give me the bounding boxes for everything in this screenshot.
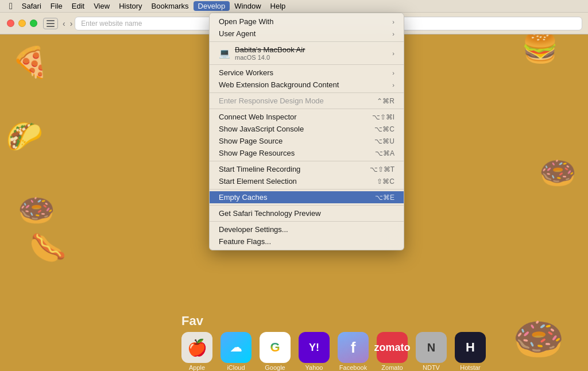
food-hotdog: 🌭 (29, 230, 67, 265)
menu-empty-caches[interactable]: Empty Caches ⌥⌘E (210, 191, 404, 203)
icloud-logo: ☁ (230, 341, 242, 354)
sidebar-toggle-button[interactable] (43, 18, 58, 29)
develop-dropdown-menu: Open Page With › User Agent › 💻 Babita's… (209, 13, 404, 250)
device-name: Babita's MacBook Air (235, 45, 305, 54)
menu-get-preview[interactable]: Get Safari Technology Preview (210, 207, 404, 219)
fav-icloud[interactable]: ☁ iCloud (220, 332, 252, 371)
zomato-logo: zomato (374, 342, 411, 354)
facebook-logo: f (351, 339, 356, 357)
apple-menu[interactable]:  (5, 1, 17, 11)
menu-show-source-label: Show Page Source (219, 137, 283, 145)
fav-ndtv-label: NDTV (423, 364, 440, 371)
yahoo-logo: Y! (309, 342, 319, 354)
menu-history[interactable]: History (114, 1, 146, 11)
menu-feature-flags[interactable]: Feature Flags... (210, 235, 404, 248)
menu-file[interactable]: File (46, 1, 67, 11)
menu-show-source[interactable]: Show Page Source ⌥⌘U (210, 135, 404, 147)
menu-start-element-shortcut: ⇧⌘C (377, 177, 394, 186)
menu-start-timeline-shortcut: ⌥⇧⌘T (370, 165, 394, 173)
menu-service-workers[interactable]: Service Workers › (210, 67, 404, 79)
menu-start-timeline[interactable]: Start Timeline Recording ⌥⇧⌘T (210, 163, 404, 175)
apple-logo: 🍎 (187, 338, 207, 357)
menu-device[interactable]: 💻 Babita's MacBook Air macOS 14.0 › (210, 44, 404, 63)
divider-8 (210, 221, 404, 222)
menu-window[interactable]: Window (230, 1, 265, 11)
fav-apple-label: Apple (189, 364, 205, 371)
food-pizza: 🍕 (11, 45, 49, 80)
menu-show-source-shortcut: ⌥⌘U (374, 137, 394, 145)
divider-7 (210, 205, 404, 206)
fav-zomato[interactable]: zomato Zomato (377, 332, 408, 371)
menu-safari[interactable]: Safari (17, 1, 46, 11)
menu-empty-caches-label: Empty Caches (219, 193, 268, 202)
service-workers-submenu-icon: › (392, 69, 394, 76)
fav-yahoo-label: Yahoo (305, 364, 323, 371)
fav-google[interactable]: G Google (260, 332, 291, 371)
fav-hotstar[interactable]: H Hotstar (455, 332, 486, 371)
fav-yahoo[interactable]: Y! Yahoo (299, 332, 330, 371)
divider-5 (210, 161, 404, 161)
web-extension-submenu-icon: › (392, 82, 394, 88)
ndtv-logo: N (427, 341, 435, 354)
menu-responsive-design-shortcut: ⌃⌘R (377, 97, 394, 105)
menu-service-workers-label: Service Workers (219, 68, 273, 77)
menu-connect-inspector-shortcut: ⌥⇧⌘I (372, 113, 394, 121)
menu-responsive-design-label: Enter Responsive Design Mode (219, 96, 324, 105)
food-taco: 🌮 (6, 119, 43, 154)
menu-web-extension-label: Web Extension Background Content (219, 80, 339, 89)
menu-responsive-design: Enter Responsive Design Mode ⌃⌘R (210, 95, 404, 107)
fav-apple[interactable]: 🍎 Apple (181, 332, 212, 371)
menu-connect-inspector[interactable]: Connect Web Inspector ⌥⇧⌘I (210, 111, 404, 123)
back-button[interactable]: ‹ (63, 19, 65, 28)
minimize-button[interactable] (18, 20, 26, 27)
window-controls (0, 20, 37, 27)
google-logo: G (270, 340, 280, 355)
divider-2 (210, 64, 404, 65)
menu-bookmarks[interactable]: Bookmarks (147, 1, 194, 11)
fav-zomato-label: Zomato (381, 364, 403, 371)
menu-edit[interactable]: Edit (67, 1, 89, 11)
menu-help[interactable]: Help (266, 1, 291, 11)
menu-show-resources-label: Show Page Resources (219, 149, 295, 157)
menu-empty-caches-shortcut: ⌥⌘E (375, 194, 394, 202)
close-button[interactable] (7, 20, 14, 27)
menu-show-resources[interactable]: Show Page Resources ⌥⌘A (210, 147, 404, 159)
menu-start-element-label: Start Element Selection (219, 177, 297, 186)
divider-4 (210, 109, 404, 109)
food-donut2: 🍩 (539, 156, 577, 191)
menu-show-console[interactable]: Show JavaScript Console ⌥⌘C (210, 123, 404, 135)
menu-view[interactable]: View (89, 1, 114, 11)
menu-web-extension[interactable]: Web Extension Background Content › (210, 79, 404, 91)
fav-facebook[interactable]: f Facebook (338, 332, 369, 371)
favorites-row: 🍎 Apple ☁ iCloud G Google Y! Yahoo f (0, 332, 588, 371)
menu-user-agent[interactable]: User Agent › (210, 28, 404, 40)
device-submenu-icon: › (392, 50, 394, 57)
address-placeholder: Enter website name (81, 20, 142, 28)
menu-connect-inspector-label: Connect Web Inspector (219, 113, 297, 121)
maximize-button[interactable] (30, 20, 37, 27)
menu-developer-settings-label: Developer Settings... (219, 225, 288, 234)
menu-show-resources-shortcut: ⌥⌘A (375, 149, 394, 157)
menu-user-agent-label: User Agent (219, 29, 256, 38)
fav-icloud-label: iCloud (227, 364, 245, 371)
favorites-title: Fav (0, 314, 588, 332)
forward-button[interactable]: › (70, 19, 73, 28)
divider-6 (210, 189, 404, 190)
menu-start-element[interactable]: Start Element Selection ⇧⌘C (210, 175, 404, 187)
menu-develop[interactable]: Develop (194, 1, 230, 11)
food-donut1: 🍩 (18, 193, 55, 228)
fav-facebook-label: Facebook (339, 364, 367, 371)
sidebar-icon-line1 (47, 20, 55, 21)
hotstar-logo: H (466, 340, 475, 355)
menu-developer-settings[interactable]: Developer Settings... (210, 223, 404, 235)
sidebar-icon-line3 (47, 26, 55, 27)
user-agent-submenu-icon: › (392, 30, 394, 37)
fav-ndtv[interactable]: N NDTV (416, 332, 447, 371)
device-os: macOS 14.0 (235, 54, 305, 61)
menu-start-timeline-label: Start Timeline Recording (219, 165, 300, 173)
menu-open-page-with[interactable]: Open Page With › (210, 16, 404, 28)
menu-device-label: 💻 Babita's MacBook Air macOS 14.0 (219, 45, 305, 61)
menu-feature-flags-label: Feature Flags... (219, 237, 271, 246)
food-burger: 🍔 (521, 30, 559, 65)
open-page-with-submenu-icon: › (392, 18, 394, 25)
